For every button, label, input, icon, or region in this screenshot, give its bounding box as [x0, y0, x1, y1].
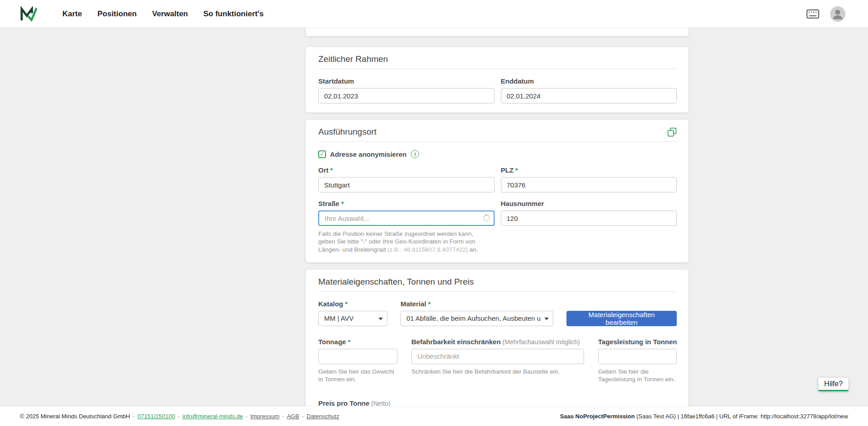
- hausnummer-label: Hausnummer: [501, 200, 677, 207]
- datenschutz-link[interactable]: Datenschutz: [307, 413, 339, 420]
- katalog-select[interactable]: MM | AVV: [318, 311, 387, 326]
- tagesleistung-input[interactable]: [598, 349, 677, 364]
- time-frame-title: Zeitlicher Rahmen: [318, 54, 388, 64]
- material-properties-title: Materialeigenschaften, Tonnen und Preis: [318, 277, 474, 287]
- separator: ·: [282, 413, 284, 420]
- hausnummer-input[interactable]: [501, 211, 677, 226]
- strasse-label-text: Straße: [318, 200, 340, 207]
- main-area: Zeitlicher Rahmen Startdatum Enddatum: [0, 28, 868, 407]
- required-asterisk: *: [330, 166, 333, 174]
- ort-field: Ort*: [318, 166, 495, 192]
- nav-item-karte[interactable]: Karte: [62, 9, 82, 19]
- katalog-label-text: Katalog: [318, 300, 343, 308]
- separator: ·: [245, 413, 247, 420]
- material-field: Material* 01 Abfälle, die beim Aufsuchen…: [401, 300, 553, 326]
- tagesleistung-label-text: Tagesleistung in Tonnen: [598, 338, 677, 346]
- enddatum-input[interactable]: [501, 88, 677, 103]
- agb-link[interactable]: AGB: [287, 413, 299, 420]
- help-button[interactable]: Hilfe?: [818, 378, 849, 391]
- ort-input[interactable]: [318, 177, 495, 192]
- tagesleistung-label: Tagesleistung in Tonnen: [598, 338, 677, 346]
- email-link[interactable]: info@mineral-minds.de: [183, 413, 243, 420]
- tagesleistung-field: Tagesleistung in Tonnen Geben Sie hier d…: [598, 338, 677, 384]
- chevron-down-icon: [544, 318, 549, 320]
- impressum-link[interactable]: Impressum: [250, 413, 279, 420]
- plz-label: PLZ*: [501, 166, 677, 174]
- separator: ·: [302, 413, 304, 420]
- environment-details: (Saas Test AG) | 16fae1ffc6a6 | URL of i…: [635, 413, 848, 420]
- befahrbarkeit-hint: Schränken Sie hier die Befahrbarkeit der…: [411, 368, 584, 375]
- loading-spinner-icon: [483, 215, 490, 221]
- card-header: Materialeigenschaften, Tonnen und Preis: [318, 277, 677, 292]
- required-asterisk: *: [428, 300, 431, 308]
- card-header: Zeitlicher Rahmen: [318, 54, 677, 69]
- befahrbarkeit-input[interactable]: [411, 349, 584, 364]
- enddatum-field: Enddatum: [501, 77, 677, 103]
- user-avatar[interactable]: [830, 6, 845, 22]
- street-hint-suffix: an.: [468, 246, 478, 253]
- separator: ·: [133, 413, 135, 420]
- preis-label-suffix: (Netto): [371, 400, 391, 407]
- material-select[interactable]: 01 Abfälle, die beim Aufsuchen, Ausbeute…: [401, 311, 553, 326]
- tonnage-field: Tonnage* Geben Sie hier das Gewicht in T…: [318, 338, 397, 384]
- time-frame-card: Zeitlicher Rahmen Startdatum Enddatum: [306, 47, 689, 112]
- katalog-field: Katalog* MM | AVV: [318, 300, 387, 326]
- befahrbarkeit-label-suffix: (Mehrfachauswahl möglich): [503, 338, 580, 346]
- tonnage-input[interactable]: [318, 349, 397, 364]
- main-navigation: Karte Positionen Verwalten So funktionie…: [62, 9, 264, 19]
- startdatum-label-text: Startdatum: [318, 77, 354, 85]
- nav-item-so-funktionierts[interactable]: So funktioniert's: [203, 9, 264, 19]
- chevron-down-icon: [378, 318, 383, 320]
- tonnage-label: Tonnage*: [318, 338, 397, 346]
- environment-name: Saas NoProjectPermission: [560, 413, 635, 420]
- logo-icon: [20, 6, 37, 22]
- edit-material-properties-button[interactable]: Materialeigenschaften bearbeiten: [566, 311, 677, 326]
- footer: © 2025 Mineral Minds Deutschland GmbH · …: [0, 407, 868, 426]
- katalog-label: Katalog*: [318, 300, 387, 308]
- startdatum-label: Startdatum: [318, 77, 495, 85]
- environment-info: Saas NoProjectPermission (Saas Test AG) …: [560, 413, 848, 420]
- card-header: Ausführungsort: [318, 127, 677, 142]
- hausnummer-label-text: Hausnummer: [501, 200, 544, 207]
- tonnage-label-text: Tonnage: [318, 338, 346, 346]
- top-navbar: Karte Positionen Verwalten So funktionie…: [0, 0, 868, 28]
- check-icon: ✓: [320, 151, 324, 157]
- material-label-text: Material: [401, 300, 426, 308]
- nav-item-positionen[interactable]: Positionen: [97, 9, 137, 19]
- befahrbarkeit-label: Befahrbarkeit einschränken(Mehrfachauswa…: [411, 338, 584, 346]
- navbar-actions: [807, 6, 845, 22]
- tonnage-hint: Geben Sie hier das Gewicht in Tonnen ein…: [318, 368, 397, 384]
- separator: ·: [178, 413, 179, 420]
- plz-label-text: PLZ: [501, 166, 514, 174]
- startdatum-field: Startdatum: [318, 77, 495, 103]
- strasse-label: Straße*: [318, 200, 495, 207]
- copy-icon[interactable]: [667, 127, 677, 137]
- execution-location-title: Ausführungsort: [318, 127, 377, 137]
- material-label: Material*: [401, 300, 553, 308]
- nav-item-verwalten[interactable]: Verwalten: [152, 9, 188, 19]
- katalog-select-value: MM | AVV: [324, 314, 354, 322]
- strasse-input[interactable]: [318, 211, 495, 226]
- copyright-text: © 2025 Mineral Minds Deutschland GmbH: [20, 413, 130, 420]
- previous-card-partial: [306, 28, 689, 36]
- phone-link[interactable]: 07151/250100: [137, 413, 175, 420]
- startdatum-input[interactable]: [318, 88, 495, 103]
- plz-field: PLZ*: [501, 166, 677, 192]
- keyboard-icon[interactable]: [807, 9, 819, 19]
- material-select-value: 01 Abfälle, die beim Aufsuchen, Ausbeute…: [406, 314, 541, 322]
- strasse-field: Straße* Falls die Position keiner Straße…: [318, 200, 495, 253]
- anonymize-checkbox[interactable]: ✓: [318, 150, 326, 158]
- preis-label: Preis pro Tonne(Netto): [318, 399, 427, 407]
- befahrbarkeit-label-text: Befahrbarkeit einschränken: [411, 338, 501, 346]
- person-icon: [830, 6, 845, 22]
- ort-label-text: Ort: [318, 166, 329, 174]
- anonymize-label: Adresse anonymisieren: [330, 150, 406, 158]
- tagesleistung-hint: Geben Sie hier die Tagesleistung in Tonn…: [598, 368, 677, 384]
- mineral-minds-logo[interactable]: [20, 6, 37, 22]
- befahrbarkeit-field: Befahrbarkeit einschränken(Mehrfachauswa…: [411, 338, 584, 375]
- required-asterisk: *: [341, 200, 344, 207]
- plz-input[interactable]: [501, 177, 677, 192]
- enddatum-label-text: Enddatum: [501, 77, 534, 85]
- material-properties-card: Materialeigenschaften, Tonnen und Preis …: [306, 270, 689, 407]
- info-icon[interactable]: i: [411, 150, 419, 158]
